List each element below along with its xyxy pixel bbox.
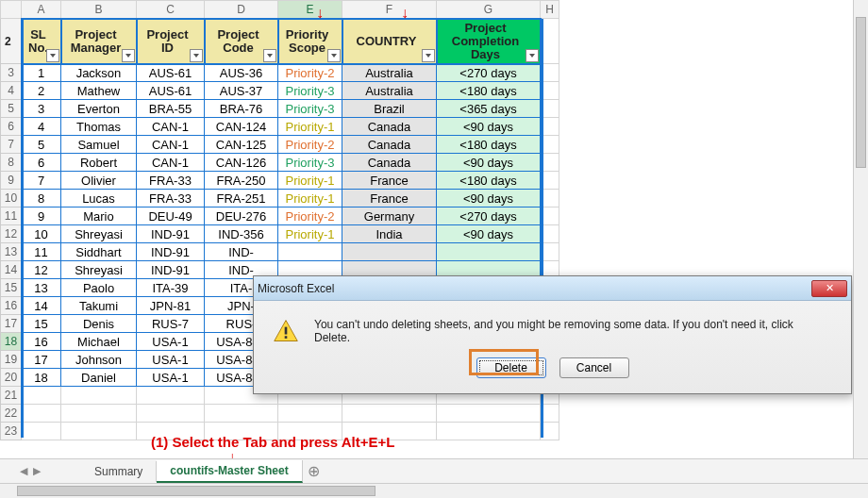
- cell[interactable]: Priority-2: [278, 64, 342, 82]
- cell[interactable]: 3: [22, 100, 61, 118]
- row-header[interactable]: 22: [1, 405, 22, 423]
- cell[interactable]: 12: [22, 261, 61, 279]
- filter-dropdown-icon[interactable]: [190, 49, 203, 62]
- filter-dropdown-icon[interactable]: [526, 49, 539, 62]
- column-header[interactable]: C: [137, 1, 205, 19]
- row-header[interactable]: 6: [1, 118, 22, 136]
- cell[interactable]: 1: [22, 64, 61, 82]
- cell[interactable]: 6: [22, 154, 61, 172]
- cell[interactable]: Priority-3: [278, 82, 342, 100]
- cell[interactable]: Johnson: [61, 351, 137, 369]
- cell[interactable]: Shreyasi: [61, 261, 137, 279]
- cell[interactable]: AUS-61: [137, 82, 205, 100]
- cell[interactable]: Canada: [342, 136, 437, 154]
- cell[interactable]: Michael: [61, 333, 137, 351]
- cell[interactable]: 8: [22, 190, 61, 208]
- row-header[interactable]: 13: [1, 243, 22, 261]
- cell[interactable]: Priority-1: [278, 190, 342, 208]
- cell[interactable]: JPN-81: [137, 297, 205, 315]
- cell[interactable]: Priority-2: [278, 136, 342, 154]
- cell[interactable]: CAN-1: [137, 118, 205, 136]
- cell[interactable]: <180 days: [437, 82, 541, 100]
- column-header[interactable]: D: [205, 1, 278, 19]
- cell[interactable]: FRA-33: [137, 190, 205, 208]
- cell[interactable]: 2: [22, 82, 61, 100]
- cell[interactable]: Priority-3: [278, 154, 342, 172]
- filter-dropdown-icon[interactable]: [327, 49, 341, 62]
- filter-dropdown-icon[interactable]: [46, 49, 59, 62]
- cell[interactable]: FRA-251: [205, 190, 278, 208]
- row-header[interactable]: 2: [1, 19, 22, 64]
- cell[interactable]: ITA-39: [137, 279, 205, 297]
- horizontal-scrollbar[interactable]: [0, 483, 868, 498]
- cell[interactable]: 13: [22, 279, 61, 297]
- cell[interactable]: CAN-124: [205, 118, 278, 136]
- cell[interactable]: AUS-36: [205, 64, 278, 82]
- cell[interactable]: Priority-3: [278, 100, 342, 118]
- cell[interactable]: FRA-33: [137, 172, 205, 190]
- cell[interactable]: 10: [22, 225, 61, 243]
- cell[interactable]: Samuel: [61, 136, 137, 154]
- cell[interactable]: USA-1: [137, 333, 205, 351]
- cell[interactable]: CAN-125: [205, 136, 278, 154]
- cell[interactable]: Mario: [61, 208, 137, 225]
- column-header[interactable]: G: [437, 1, 541, 19]
- table-header-cell[interactable]: Project ID: [137, 19, 205, 64]
- table-header-cell[interactable]: Project Manager: [61, 19, 137, 64]
- filter-dropdown-icon[interactable]: [263, 49, 276, 62]
- cell[interactable]: 17: [22, 351, 61, 369]
- cell[interactable]: [278, 243, 342, 261]
- row-header[interactable]: 21: [1, 387, 22, 405]
- cell[interactable]: Mathew: [61, 82, 137, 100]
- sheet-tab-summary[interactable]: Summary: [81, 461, 157, 482]
- table-header-cell[interactable]: Project Completion Days: [437, 19, 541, 64]
- cell[interactable]: RUS-7: [137, 315, 205, 333]
- cell[interactable]: <90 days: [437, 154, 541, 172]
- cell[interactable]: 16: [22, 333, 61, 351]
- cell[interactable]: France: [342, 172, 437, 190]
- cell[interactable]: IND-91: [137, 261, 205, 279]
- table-header-cell[interactable]: COUNTRY: [342, 19, 437, 64]
- cell[interactable]: 18: [22, 369, 61, 387]
- column-header[interactable]: E: [278, 1, 342, 19]
- cell[interactable]: Priority-1: [278, 118, 342, 136]
- cell[interactable]: Denis: [61, 315, 137, 333]
- cell[interactable]: USA-1: [137, 351, 205, 369]
- cell[interactable]: 9: [22, 208, 61, 225]
- row-header[interactable]: 16: [1, 297, 22, 315]
- cancel-button[interactable]: Cancel: [559, 357, 629, 378]
- cell[interactable]: France: [342, 190, 437, 208]
- cell[interactable]: 7: [22, 172, 61, 190]
- row-header[interactable]: 10: [1, 190, 22, 208]
- row-header[interactable]: 8: [1, 154, 22, 172]
- select-all-corner[interactable]: [1, 1, 22, 19]
- cell[interactable]: DEU-276: [205, 208, 278, 225]
- row-header[interactable]: 12: [1, 225, 22, 243]
- row-header[interactable]: 4: [1, 82, 22, 100]
- row-header[interactable]: 19: [1, 351, 22, 369]
- cell[interactable]: [437, 243, 541, 261]
- cell[interactable]: IND-91: [137, 243, 205, 261]
- cell[interactable]: CAN-126: [205, 154, 278, 172]
- sheet-tab-countifs[interactable]: countifs-Master Sheet: [157, 460, 302, 483]
- cell[interactable]: Shreyasi: [61, 225, 137, 243]
- cell[interactable]: 5: [22, 136, 61, 154]
- cell[interactable]: CAN-1: [137, 154, 205, 172]
- cell[interactable]: <365 days: [437, 100, 541, 118]
- row-header[interactable]: 17: [1, 315, 22, 333]
- cell[interactable]: India: [342, 225, 437, 243]
- filter-dropdown-icon[interactable]: [122, 49, 135, 62]
- cell[interactable]: <270 days: [437, 64, 541, 82]
- column-header[interactable]: H: [541, 1, 559, 19]
- cell[interactable]: <90 days: [437, 190, 541, 208]
- cell[interactable]: Priority-2: [278, 208, 342, 225]
- close-button[interactable]: ✕: [811, 280, 847, 297]
- cell[interactable]: <90 days: [437, 225, 541, 243]
- cell[interactable]: BRA-76: [205, 100, 278, 118]
- cell[interactable]: <90 days: [437, 118, 541, 136]
- cell[interactable]: Paolo: [61, 279, 137, 297]
- cell[interactable]: BRA-55: [137, 100, 205, 118]
- new-sheet-button[interactable]: ⊕: [303, 462, 326, 480]
- cell[interactable]: IND-356: [205, 225, 278, 243]
- cell[interactable]: IND-91: [137, 225, 205, 243]
